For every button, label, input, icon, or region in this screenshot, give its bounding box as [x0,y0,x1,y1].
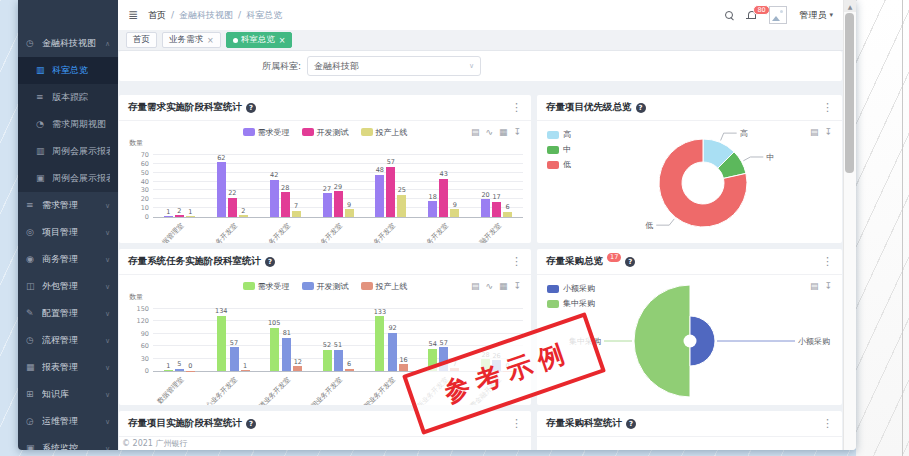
bar[interactable] [345,369,354,371]
bar[interactable] [334,191,343,217]
bar[interactable] [428,201,437,217]
sidebar-item-ops-mgmt[interactable]: ◶运维管理∨ [18,408,118,435]
scroll-up-icon[interactable]: ▲ [844,0,856,12]
help-icon[interactable]: ? [625,257,635,267]
sidebar-item-system-monitor[interactable]: ▣系统监控∨ [18,435,118,450]
close-icon[interactable]: × [207,36,214,45]
legend-item[interactable]: 投产上线 [361,281,408,292]
bar[interactable] [375,175,384,218]
bar-switch-icon[interactable]: ▦ [499,282,508,291]
bar[interactable] [481,199,490,217]
bar[interactable] [503,212,512,217]
sidebar-item-project-mgmt[interactable]: ◎项目管理∨ [18,219,118,246]
bar[interactable] [270,328,279,371]
bar[interactable] [375,316,384,371]
bar[interactable] [175,215,184,217]
help-icon[interactable]: ? [636,103,646,113]
sidebar-item-demand-cycle-view[interactable]: ◔需求周期视图 [18,111,118,138]
download-icon[interactable]: ↧ [824,128,832,137]
department-select[interactable]: 金融科技部 ∨ [307,56,481,76]
demand-stage-bar-chart[interactable]: 需求受理开发测试投产上线数量01020304050607012162222422… [119,121,531,243]
user-menu[interactable]: 管理员 ▾ [799,9,833,22]
bell-icon[interactable]: 80 [746,10,757,21]
bar[interactable] [270,180,279,217]
bar[interactable] [217,316,226,371]
tab-1[interactable]: 业务需求× [162,32,221,48]
bar[interactable] [230,347,239,371]
bar[interactable] [293,366,302,371]
bar[interactable] [282,338,291,371]
download-icon[interactable]: ↧ [513,128,521,137]
sidebar-item-version-tracking[interactable]: ≡版本跟踪 [18,84,118,111]
download-icon[interactable]: ↧ [513,282,521,291]
legend-item[interactable]: 投产上线 [361,127,408,138]
bar[interactable] [323,350,332,371]
more-icon[interactable]: ⋮ [511,417,522,430]
legend-item[interactable]: 开发测试 [302,281,349,292]
legend-item[interactable]: 中 [547,144,571,155]
sidebar-item-outsourcing-mgmt[interactable]: ◫外包管理∨ [18,273,118,300]
priority-donut-chart[interactable]: 高中低高中低 [537,121,842,243]
legend-item[interactable]: 低 [547,159,571,170]
sidebar-item-knowledge-base[interactable]: ⊞知识库∨ [18,381,118,408]
bar[interactable] [492,202,501,217]
more-icon[interactable]: ⋮ [511,255,522,268]
legend-item[interactable]: 需求受理 [243,127,290,138]
sidebar-item-weekly-report-project[interactable]: ▥周例会展示报表-项目 [18,138,118,165]
download-icon[interactable]: ↧ [824,282,832,291]
close-icon[interactable]: × [279,36,286,45]
bar-switch-icon[interactable]: ▦ [499,128,508,137]
tab-0[interactable]: 首页 [126,32,157,48]
data-view-icon[interactable]: ▤ [471,282,480,291]
sidebar-item-config-mgmt[interactable]: ✎配置管理∨ [18,300,118,327]
data-view-icon[interactable]: ▤ [471,128,480,137]
sidebar-item-demand-mgmt[interactable]: ≡需求管理∨ [18,192,118,219]
bar[interactable] [397,195,406,217]
more-icon[interactable]: ⋮ [822,101,833,114]
bar[interactable] [239,215,248,217]
bar[interactable] [228,198,237,217]
menu-fold-icon[interactable]: ≣ [128,9,138,21]
avatar[interactable] [769,6,787,24]
more-icon[interactable]: ⋮ [822,417,833,430]
bar[interactable] [388,333,397,371]
sidebar-item-report-mgmt[interactable]: ▦报表管理∨ [18,354,118,381]
data-view-icon[interactable]: ▤ [810,128,819,137]
bar[interactable] [345,209,354,217]
scrollbar-thumb[interactable] [845,13,854,173]
breadcrumb-home[interactable]: 首页 [148,9,166,22]
legend-item[interactable]: 开发测试 [302,127,349,138]
bar[interactable] [450,209,459,217]
bar[interactable] [399,364,408,371]
more-icon[interactable]: ⋮ [511,101,522,114]
help-icon[interactable]: ? [246,103,256,113]
bar[interactable] [186,371,195,372]
sidebar-item-dept-overview[interactable]: ▥科室总览 [18,57,118,84]
breadcrumb-fintech-view[interactable]: 金融科技视图 [179,9,233,22]
bar[interactable] [186,216,195,217]
legend-item[interactable]: 小额采购 [547,283,595,294]
sidebar-item-weekly-report-purchase[interactable]: ▣周例会展示报表-采购 [18,165,118,192]
line-chart-icon[interactable]: ∿ [485,128,493,137]
legend-item[interactable]: 高 [547,129,571,140]
bar[interactable] [281,192,290,217]
bar[interactable] [292,211,301,217]
tab-2[interactable]: 科室总览× [226,32,293,48]
bar[interactable] [439,179,448,217]
sidebar-item-fintech-view[interactable]: ◷金融科技视图∧ [18,30,118,57]
bar[interactable] [175,369,184,371]
bar[interactable] [217,162,226,217]
sidebar-item-process-mgmt[interactable]: ◷流程管理∨ [18,327,118,354]
bar[interactable] [241,370,250,371]
bar[interactable] [334,350,343,371]
bar[interactable] [164,370,173,371]
bar[interactable] [323,193,332,217]
help-icon[interactable]: ? [626,419,636,429]
help-icon[interactable]: ? [265,257,275,267]
legend-item[interactable]: 需求受理 [243,281,290,292]
search-icon[interactable] [725,11,734,20]
line-chart-icon[interactable]: ∿ [485,282,493,291]
bar[interactable] [386,167,395,217]
help-icon[interactable]: ? [246,419,256,429]
more-icon[interactable]: ⋮ [822,255,833,268]
